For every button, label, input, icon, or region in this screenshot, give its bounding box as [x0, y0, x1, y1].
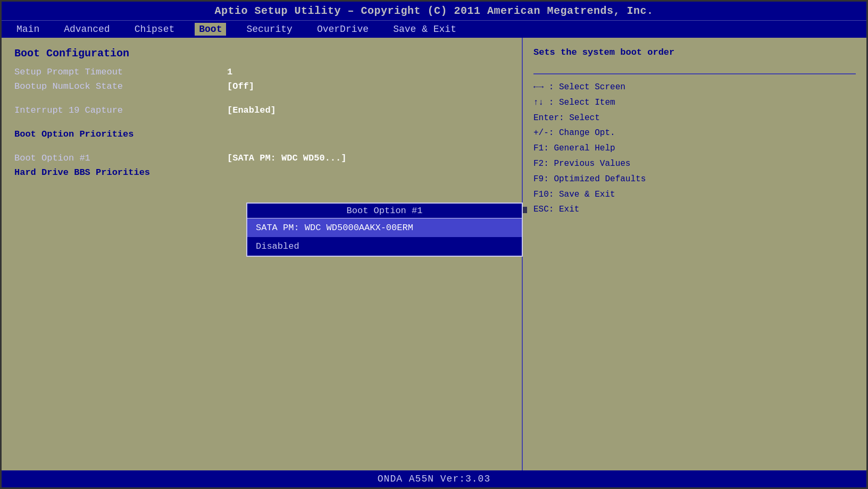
bottom-bar: ONDA A55N Ver:3.03 — [2, 470, 866, 487]
setting-row-1: Bootup NumLock State[Off] — [14, 81, 509, 91]
nav-item-chipset[interactable]: Chipset — [130, 23, 179, 36]
setting-label-2: Interrupt 19 Capture — [14, 105, 227, 115]
key-help-item: F10: Save & Exit — [533, 187, 856, 203]
key-help-item: ESC: Exit — [533, 202, 856, 217]
setting-label-1: Bootup NumLock State — [14, 81, 227, 91]
nav-bar: MainAdvancedChipsetBootSecurityOverDrive… — [2, 20, 866, 38]
help-text: Sets the system boot order — [533, 47, 856, 57]
nav-item-overdrive[interactable]: OverDrive — [313, 23, 373, 36]
bottom-bar-text: ONDA A55N Ver:3.03 — [378, 474, 490, 484]
key-help-item: F2: Previous Values — [533, 156, 856, 172]
setting-row-5: Hard Drive BBS Priorities — [14, 167, 509, 178]
nav-item-security[interactable]: Security — [242, 23, 296, 36]
setting-label-4: Boot Option #1 — [14, 153, 227, 163]
bios-screen: Aptio Setup Utility – Copyright (C) 2011… — [0, 0, 868, 489]
key-help: ←→ : Select Screen↑↓ : Select ItemEnter:… — [533, 80, 856, 217]
key-help-item: Enter: Select — [533, 111, 856, 126]
key-help-item: F9: Optimized Defaults — [533, 172, 856, 187]
divider — [533, 73, 856, 74]
nav-item-main[interactable]: Main — [12, 23, 44, 36]
nav-item-boot[interactable]: Boot — [195, 23, 226, 36]
setting-value-2: [Enabled] — [227, 105, 276, 115]
nav-item-advanced[interactable]: Advanced — [60, 23, 114, 36]
nav-item-save---exit[interactable]: Save & Exit — [389, 23, 461, 36]
main-content: Boot Configuration Setup Prompt Timeout1… — [2, 38, 866, 470]
dropdown-item-1[interactable]: Disabled — [247, 237, 522, 256]
title-text: Aptio Setup Utility – Copyright (C) 2011… — [214, 5, 653, 17]
setting-row-2: Interrupt 19 Capture[Enabled] — [14, 105, 509, 115]
setting-value-0: 1 — [227, 67, 232, 77]
key-help-item: +/-: Change Opt. — [533, 125, 856, 141]
setting-value-1: [Off] — [227, 81, 254, 91]
setting-row-3: Boot Option Priorities — [14, 129, 509, 139]
key-help-item: ↑↓ : Select Item — [533, 95, 856, 111]
setting-label-0: Setup Prompt Timeout — [14, 67, 227, 77]
setting-row-0: Setup Prompt Timeout1 — [14, 67, 509, 77]
setting-label-5: Hard Drive BBS Priorities — [14, 167, 227, 178]
key-help-item: ←→ : Select Screen — [533, 80, 856, 95]
section-header: Boot Configuration — [14, 47, 509, 60]
dropdown-title: Boot Option #1 — [247, 204, 522, 218]
dropdown-box[interactable]: Boot Option #1 SATA PM: WDC WD5000AAKX-0… — [246, 203, 523, 257]
setting-value-4: [SATA PM: WDC WD50...] — [227, 153, 346, 163]
dropdown-overlay: Boot Option #1 SATA PM: WDC WD5000AAKX-0… — [246, 203, 523, 257]
right-panel: Sets the system boot order ←→ : Select S… — [523, 38, 866, 470]
dropdown-item-0[interactable]: SATA PM: WDC WD5000AAKX-00ERM — [247, 218, 522, 237]
title-bar: Aptio Setup Utility – Copyright (C) 2011… — [2, 2, 866, 20]
key-help-item: F1: General Help — [533, 141, 856, 156]
left-panel: Boot Configuration Setup Prompt Timeout1… — [2, 38, 523, 470]
setting-label-3: Boot Option Priorities — [14, 129, 227, 139]
setting-row-4: Boot Option #1[SATA PM: WDC WD50...] — [14, 153, 509, 163]
